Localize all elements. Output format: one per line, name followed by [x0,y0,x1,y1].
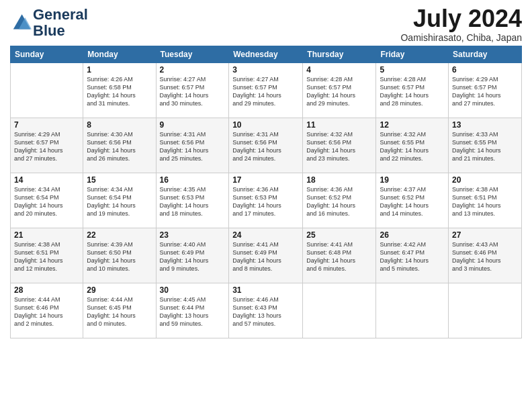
calendar-cell: 23Sunrise: 4:40 AMSunset: 6:49 PMDayligh… [156,228,229,283]
calendar-cell: 22Sunrise: 4:39 AMSunset: 6:50 PMDayligh… [83,228,156,283]
calendar-cell: 28Sunrise: 4:44 AMSunset: 6:46 PMDayligh… [11,283,83,338]
day-info: Sunrise: 4:32 AMSunset: 6:56 PMDaylight:… [306,130,372,163]
day-number: 14 [14,175,79,185]
col-wednesday: Wednesday [229,46,303,63]
day-info: Sunrise: 4:39 AMSunset: 6:50 PMDaylight:… [87,240,152,273]
day-number: 10 [232,120,299,130]
day-number: 17 [232,175,299,185]
calendar-cell: 30Sunrise: 4:45 AMSunset: 6:44 PMDayligh… [156,283,229,338]
calendar-week-1: 1Sunrise: 4:26 AMSunset: 6:58 PMDaylight… [11,63,522,118]
title-section: July 2024 Oamishirasato, Chiba, Japan [400,7,522,43]
location: Oamishirasato, Chiba, Japan [400,32,522,43]
day-info: Sunrise: 4:41 AMSunset: 6:48 PMDaylight:… [306,240,372,273]
calendar-table: Sunday Monday Tuesday Wednesday Thursday… [10,46,522,338]
day-info: Sunrise: 4:46 AMSunset: 6:43 PMDaylight:… [232,295,299,328]
calendar-cell: 29Sunrise: 4:44 AMSunset: 6:45 PMDayligh… [83,283,156,338]
calendar-cell: 27Sunrise: 4:43 AMSunset: 6:46 PMDayligh… [449,228,522,283]
day-info: Sunrise: 4:36 AMSunset: 6:52 PMDaylight:… [306,185,372,218]
day-info: Sunrise: 4:27 AMSunset: 6:57 PMDaylight:… [232,75,299,108]
calendar-cell: 18Sunrise: 4:36 AMSunset: 6:52 PMDayligh… [303,173,376,228]
calendar-cell: 8Sunrise: 4:30 AMSunset: 6:56 PMDaylight… [83,118,156,173]
day-number: 28 [14,285,79,295]
day-number: 18 [306,175,372,185]
calendar-cell: 7Sunrise: 4:29 AMSunset: 6:57 PMDaylight… [11,118,83,173]
calendar-cell: 10Sunrise: 4:31 AMSunset: 6:56 PMDayligh… [229,118,303,173]
day-number: 7 [14,120,79,130]
day-number: 11 [306,120,372,130]
day-info: Sunrise: 4:38 AMSunset: 6:51 PMDaylight:… [14,240,79,273]
calendar-cell: 13Sunrise: 4:33 AMSunset: 6:55 PMDayligh… [449,118,522,173]
page-container: General Blue July 2024 Oamishirasato, Ch… [0,0,532,345]
col-friday: Friday [376,46,449,63]
day-number: 15 [87,175,152,185]
calendar-week-5: 28Sunrise: 4:44 AMSunset: 6:46 PMDayligh… [11,283,522,338]
calendar-cell: 2Sunrise: 4:27 AMSunset: 6:57 PMDaylight… [156,63,229,118]
calendar-week-4: 21Sunrise: 4:38 AMSunset: 6:51 PMDayligh… [11,228,522,283]
day-info: Sunrise: 4:40 AMSunset: 6:49 PMDaylight:… [160,240,226,273]
day-info: Sunrise: 4:45 AMSunset: 6:44 PMDaylight:… [160,295,226,328]
calendar-cell: 9Sunrise: 4:31 AMSunset: 6:56 PMDaylight… [156,118,229,173]
calendar-header-row: Sunday Monday Tuesday Wednesday Thursday… [11,46,522,63]
calendar-cell: 19Sunrise: 4:37 AMSunset: 6:52 PMDayligh… [376,173,449,228]
day-number: 12 [380,120,445,130]
day-number: 8 [87,120,152,130]
calendar-cell: 20Sunrise: 4:38 AMSunset: 6:51 PMDayligh… [449,173,522,228]
day-info: Sunrise: 4:41 AMSunset: 6:49 PMDaylight:… [232,240,299,273]
day-number: 2 [160,65,226,75]
day-info: Sunrise: 4:29 AMSunset: 6:57 PMDaylight:… [452,75,518,108]
day-info: Sunrise: 4:35 AMSunset: 6:53 PMDaylight:… [160,185,226,218]
day-info: Sunrise: 4:27 AMSunset: 6:57 PMDaylight:… [160,75,226,108]
day-info: Sunrise: 4:33 AMSunset: 6:55 PMDaylight:… [452,130,518,163]
col-tuesday: Tuesday [156,46,229,63]
day-info: Sunrise: 4:36 AMSunset: 6:53 PMDaylight:… [232,185,299,218]
calendar-cell [11,63,83,118]
day-number: 13 [452,120,518,130]
calendar-cell: 4Sunrise: 4:28 AMSunset: 6:57 PMDaylight… [303,63,376,118]
calendar-cell: 25Sunrise: 4:41 AMSunset: 6:48 PMDayligh… [303,228,376,283]
col-saturday: Saturday [449,46,522,63]
day-info: Sunrise: 4:28 AMSunset: 6:57 PMDaylight:… [306,75,372,108]
calendar-cell: 17Sunrise: 4:36 AMSunset: 6:53 PMDayligh… [229,173,303,228]
day-info: Sunrise: 4:32 AMSunset: 6:55 PMDaylight:… [380,130,445,163]
calendar-week-3: 14Sunrise: 4:34 AMSunset: 6:54 PMDayligh… [11,173,522,228]
day-number: 4 [306,65,372,75]
logo: General Blue [10,7,88,39]
day-number: 29 [87,285,152,295]
day-info: Sunrise: 4:31 AMSunset: 6:56 PMDaylight:… [160,130,226,163]
calendar-cell: 21Sunrise: 4:38 AMSunset: 6:51 PMDayligh… [11,228,83,283]
logo-text: General Blue [33,7,88,39]
day-info: Sunrise: 4:30 AMSunset: 6:56 PMDaylight:… [87,130,152,163]
day-number: 9 [160,120,226,130]
day-info: Sunrise: 4:29 AMSunset: 6:57 PMDaylight:… [14,130,79,163]
month-title: July 2024 [400,7,522,31]
header: General Blue July 2024 Oamishirasato, Ch… [10,7,522,43]
calendar-cell: 16Sunrise: 4:35 AMSunset: 6:53 PMDayligh… [156,173,229,228]
day-info: Sunrise: 4:34 AMSunset: 6:54 PMDaylight:… [14,185,79,218]
col-thursday: Thursday [303,46,376,63]
calendar-cell: 15Sunrise: 4:34 AMSunset: 6:54 PMDayligh… [83,173,156,228]
day-info: Sunrise: 4:38 AMSunset: 6:51 PMDaylight:… [452,185,518,218]
day-number: 20 [452,175,518,185]
day-number: 21 [14,230,79,240]
calendar-cell: 1Sunrise: 4:26 AMSunset: 6:58 PMDaylight… [83,63,156,118]
day-info: Sunrise: 4:34 AMSunset: 6:54 PMDaylight:… [87,185,152,218]
calendar-cell: 26Sunrise: 4:42 AMSunset: 6:47 PMDayligh… [376,228,449,283]
col-sunday: Sunday [11,46,83,63]
day-info: Sunrise: 4:43 AMSunset: 6:46 PMDaylight:… [452,240,518,273]
day-number: 26 [380,230,445,240]
day-number: 25 [306,230,372,240]
day-info: Sunrise: 4:31 AMSunset: 6:56 PMDaylight:… [232,130,299,163]
day-number: 19 [380,175,445,185]
day-number: 16 [160,175,226,185]
day-number: 22 [87,230,152,240]
calendar-cell [376,283,449,338]
day-info: Sunrise: 4:28 AMSunset: 6:57 PMDaylight:… [380,75,445,108]
day-number: 5 [380,65,445,75]
day-number: 31 [232,285,299,295]
calendar-cell [303,283,376,338]
day-info: Sunrise: 4:44 AMSunset: 6:45 PMDaylight:… [87,295,152,328]
day-number: 23 [160,230,226,240]
day-number: 24 [232,230,299,240]
day-number: 3 [232,65,299,75]
day-info: Sunrise: 4:26 AMSunset: 6:58 PMDaylight:… [87,75,152,108]
